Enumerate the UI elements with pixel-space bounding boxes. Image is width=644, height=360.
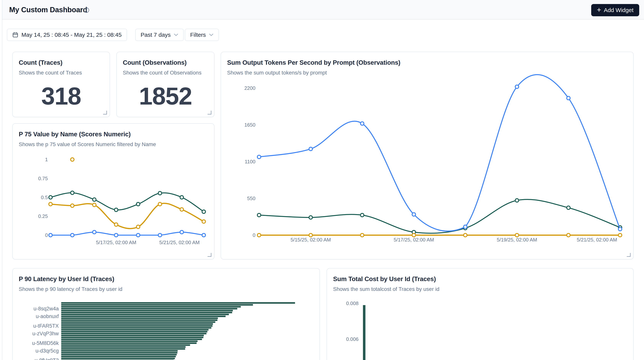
svg-text:550: 550 [247, 195, 256, 201]
resize-handle[interactable] [103, 111, 107, 115]
count-observations-value: 1852 [117, 81, 214, 111]
filters-label: Filters [190, 32, 206, 38]
calendar-icon [12, 32, 18, 38]
svg-text:5/17/25, 02:00 AM: 5/17/25, 02:00 AM [394, 237, 434, 243]
widget-title: Count (Traces) [19, 59, 62, 66]
svg-text:u-aobnuxf: u-aobnuxf [36, 313, 59, 319]
date-range-picker[interactable]: May 14, 25 : 08:45 - May 21, 25 : 08:45 [7, 29, 127, 41]
plus-icon: + [597, 6, 601, 14]
svg-text:u-8sq2w4a: u-8sq2w4a [34, 306, 59, 311]
chevron-down-icon [174, 33, 178, 36]
add-widget-label: Add Widget [604, 7, 634, 14]
widget-subtitle: Shows the count of Traces [19, 70, 82, 76]
widget-count-traces: Count (Traces) Shows the count of Traces… [12, 52, 110, 117]
p75-line-chart-canvas: 00.250.50.7515/17/25, 02:00 AM5/21/25, 0… [13, 124, 214, 259]
widget-p75-scores: P 75 Value by Name (Scores Numeric) Show… [12, 123, 214, 259]
svg-text:u-5M8D56k: u-5M8D56k [32, 340, 59, 346]
date-range-value: May 14, 25 : 08:45 - May 21, 25 : 08:45 [22, 32, 122, 38]
svg-text:5/19/25, 02:00 AM: 5/19/25, 02:00 AM [497, 237, 537, 243]
svg-text:1100: 1100 [245, 159, 256, 165]
header-bar: My Custom Dashboard + Add Widget [2, 0, 644, 20]
info-icon[interactable] [84, 7, 89, 13]
svg-text:u-zVqP3hw: u-zVqP3hw [32, 331, 59, 336]
count-traces-value: 318 [13, 81, 110, 111]
svg-text:0.25: 0.25 [38, 213, 48, 219]
tokens-line-chart-canvas: 05501100165022005/15/25, 02:00 AM5/17/25… [221, 52, 633, 259]
svg-text:0: 0 [253, 232, 256, 238]
svg-text:1: 1 [45, 157, 48, 162]
resize-handle[interactable] [208, 253, 212, 257]
widget-subtitle: Shows the count of Observations [123, 70, 202, 76]
widget-tokens-per-second: Sum Output Tokens Per Second by Prompt (… [220, 52, 634, 259]
widget-total-cost: Sum Total Cost by User Id (Traces) Shows… [326, 268, 634, 360]
svg-text:u-d3qr5cg: u-d3qr5cg [36, 348, 59, 354]
widget-count-observations: Count (Observations) Shows the count of … [116, 52, 214, 117]
svg-text:1650: 1650 [244, 122, 256, 128]
filters-dropdown[interactable]: Filters [185, 29, 219, 41]
dashboard-page: My Custom Dashboard + Add Widget May 14,… [0, 0, 644, 360]
svg-text:u-tFAR5TX: u-tFAR5TX [33, 323, 59, 329]
svg-text:2200: 2200 [244, 85, 256, 91]
widget-p90-latency: P 90 Latency by User Id (Traces) Shows t… [12, 268, 320, 360]
widget-title: Count (Observations) [123, 59, 186, 66]
page-title: My Custom Dashboard [9, 6, 87, 14]
sidebar-edge-divider [2, 0, 2, 360]
cost-bar-chart-canvas: 0.0080.006 [327, 268, 633, 360]
chevron-down-icon [209, 33, 214, 36]
add-widget-button[interactable]: + Add Widget [591, 4, 639, 16]
range-preset-dropdown[interactable]: Past 7 days [135, 29, 184, 41]
svg-text:5/21/25, 02:00 AM: 5/21/25, 02:00 AM [159, 240, 200, 245]
svg-text:u-8fVq9T3: u-8fVq9T3 [35, 357, 59, 360]
svg-text:0: 0 [45, 232, 48, 238]
svg-text:0.006: 0.006 [346, 336, 358, 342]
range-preset-value: Past 7 days [140, 32, 171, 38]
svg-text:5/21/25, 02:00 AM: 5/21/25, 02:00 AM [577, 237, 617, 243]
svg-text:0.75: 0.75 [38, 176, 48, 181]
svg-text:0.5: 0.5 [41, 195, 48, 200]
svg-text:0.008: 0.008 [346, 300, 358, 306]
resize-handle[interactable] [627, 253, 630, 257]
resize-handle[interactable] [208, 111, 212, 115]
svg-text:5/15/25, 02:00 AM: 5/15/25, 02:00 AM [290, 237, 331, 243]
svg-text:5/17/25, 02:00 AM: 5/17/25, 02:00 AM [96, 240, 136, 245]
p90-bar-chart-canvas: u-8sq2w4au-aobnuxfu-tFAR5TXu-zVqP3hwu-5M… [13, 268, 320, 360]
